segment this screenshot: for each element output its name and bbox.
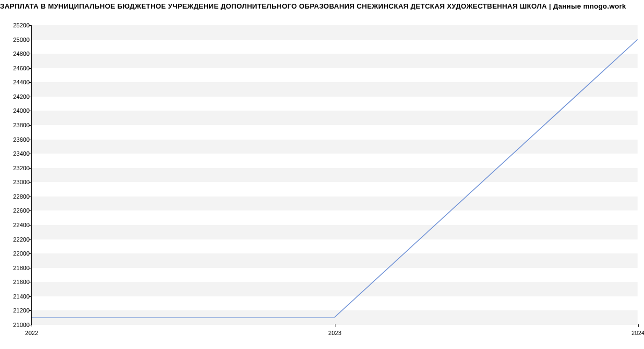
y-tick-label: 21400 bbox=[11, 293, 30, 300]
y-tick-label: 22800 bbox=[11, 193, 30, 200]
y-tick-label: 23200 bbox=[11, 165, 30, 171]
y-tick-label: 24000 bbox=[11, 107, 30, 114]
y-tick-label: 21200 bbox=[11, 307, 30, 314]
x-tick bbox=[335, 324, 335, 327]
y-tick-label: 22600 bbox=[11, 207, 30, 214]
x-tick-label: 2023 bbox=[328, 330, 341, 336]
chart-container: 2100021200214002160021800220002220022400… bbox=[0, 12, 644, 345]
y-tick-label: 23600 bbox=[11, 136, 30, 143]
y-tick-label: 21000 bbox=[11, 322, 30, 328]
y-tick-label: 24800 bbox=[11, 50, 30, 57]
series-line bbox=[32, 40, 638, 317]
y-tick-label: 25200 bbox=[11, 22, 30, 28]
x-tick-label: 2024 bbox=[632, 330, 644, 336]
y-tick-label: 24600 bbox=[11, 65, 30, 71]
x-tick bbox=[32, 324, 32, 327]
y-tick-label: 23000 bbox=[11, 179, 30, 185]
y-tick-label: 25000 bbox=[11, 37, 30, 43]
line-series bbox=[32, 25, 638, 324]
chart-title: ЗАРПЛАТА В МУНИЦИПАЛЬНОЕ БЮДЖЕТНОЕ УЧРЕЖ… bbox=[0, 0, 644, 12]
y-tick-label: 21600 bbox=[11, 279, 30, 285]
x-tick-label: 2022 bbox=[25, 330, 38, 336]
y-tick-label: 21800 bbox=[11, 265, 30, 271]
y-tick-label: 22400 bbox=[11, 222, 30, 228]
x-tick bbox=[638, 324, 639, 327]
y-tick-label: 23800 bbox=[11, 122, 30, 128]
y-tick-label: 22000 bbox=[11, 250, 30, 257]
plot-area: 2100021200214002160021800220002220022400… bbox=[31, 25, 638, 325]
y-tick-label: 24400 bbox=[11, 79, 30, 85]
y-tick-label: 23400 bbox=[11, 150, 30, 157]
y-tick-label: 22200 bbox=[11, 236, 30, 243]
y-tick-label: 24200 bbox=[11, 93, 30, 100]
